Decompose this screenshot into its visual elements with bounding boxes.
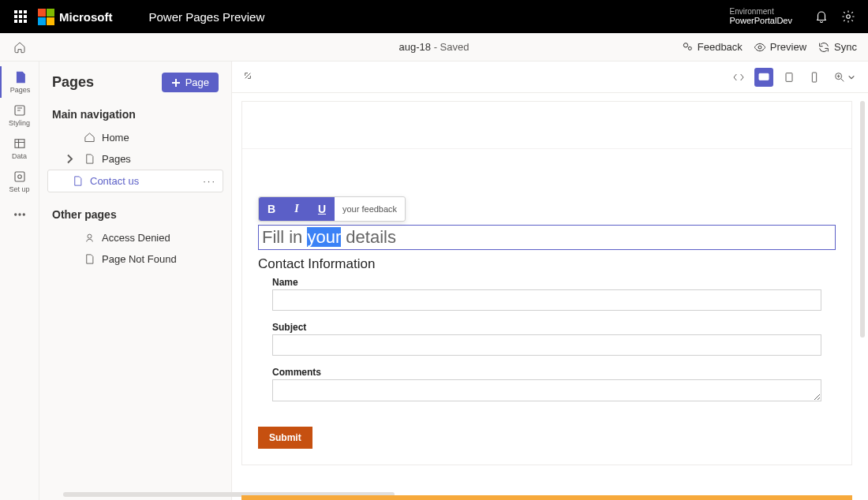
rail-more[interactable] <box>0 199 39 230</box>
rail-pages[interactable]: Pages <box>0 66 39 98</box>
gear-icon <box>841 9 855 24</box>
chevron-right-icon <box>64 153 76 165</box>
feedback-label: Feedback <box>698 41 743 53</box>
underline-button[interactable]: U <box>309 197 335 221</box>
home-icon <box>84 132 95 144</box>
svg-point-13 <box>758 46 761 49</box>
environment-label: Environment <box>730 7 792 16</box>
notifications-button[interactable] <box>808 9 835 24</box>
document-name[interactable]: aug-18 <box>399 41 431 53</box>
environment-picker[interactable]: Environment PowerPortalDev <box>724 7 792 25</box>
svg-point-18 <box>14 214 16 215</box>
svg-rect-0 <box>14 10 17 13</box>
page-icon <box>84 153 95 165</box>
comments-input[interactable] <box>272 379 821 401</box>
add-page-button[interactable]: Page <box>162 73 219 92</box>
tablet-view-button[interactable] <box>780 68 799 87</box>
plus-icon <box>171 78 181 88</box>
svg-rect-23 <box>786 73 792 81</box>
sync-button[interactable]: Sync <box>817 41 857 54</box>
nav-item-contact-us[interactable]: Contact us··· <box>47 170 223 192</box>
zoom-button[interactable] <box>830 68 859 87</box>
vertical-scrollbar[interactable] <box>860 101 865 338</box>
mobile-icon <box>808 71 821 84</box>
more-icon <box>13 207 27 222</box>
rail-styling[interactable]: Styling <box>0 99 39 131</box>
mobile-view-button[interactable] <box>805 68 824 87</box>
main-nav-heading: Main navigation <box>47 103 223 127</box>
name-input[interactable] <box>272 289 821 311</box>
sync-icon <box>817 41 830 54</box>
svg-rect-5 <box>24 15 27 18</box>
nav-item-page-not-found[interactable]: Page Not Found <box>47 248 223 270</box>
text-format-toolbar: B I U your feedback <box>258 196 406 222</box>
italic-button[interactable]: I <box>284 197 309 221</box>
svg-rect-15 <box>15 140 24 148</box>
nav-item-pages[interactable]: Pages <box>47 148 223 170</box>
form-section-title: Contact Information <box>258 256 836 272</box>
other-pages-heading: Other pages <box>47 203 223 227</box>
svg-rect-6 <box>14 20 17 23</box>
svg-point-11 <box>683 43 687 47</box>
svg-rect-16 <box>15 172 24 181</box>
svg-rect-24 <box>812 73 816 82</box>
feedback-icon <box>681 41 694 54</box>
subject-input[interactable] <box>272 334 821 356</box>
lock-icon <box>84 232 95 244</box>
home-icon <box>13 41 26 54</box>
preview-button[interactable]: Preview <box>754 41 806 54</box>
expand-button[interactable] <box>241 69 254 85</box>
submit-button[interactable]: Submit <box>258 427 312 449</box>
rail-setup[interactable]: Set up <box>0 166 39 197</box>
svg-point-20 <box>23 214 24 215</box>
home-button[interactable] <box>11 41 28 54</box>
svg-rect-4 <box>19 15 22 18</box>
toolbar-context-label: your feedback <box>335 204 405 214</box>
svg-rect-8 <box>24 20 27 23</box>
desktop-view-button[interactable] <box>754 68 773 87</box>
svg-point-17 <box>17 175 21 179</box>
bell-icon <box>814 9 829 24</box>
microsoft-logo: Microsoft <box>38 9 113 25</box>
product-name: Power Pages Preview <box>149 10 265 24</box>
selected-text: your <box>307 227 341 247</box>
svg-rect-2 <box>24 10 27 13</box>
svg-point-12 <box>688 47 691 50</box>
app-launcher-button[interactable] <box>6 10 35 23</box>
bold-button[interactable]: B <box>259 197 284 221</box>
name-label: Name <box>272 277 821 288</box>
footer-accent-bar <box>241 495 852 500</box>
nav-item-access-denied[interactable]: Access Denied <box>47 227 223 248</box>
data-icon <box>13 136 27 151</box>
svg-point-10 <box>847 15 851 19</box>
svg-rect-3 <box>14 15 17 18</box>
feedback-button[interactable]: Feedback <box>681 41 743 54</box>
heading-edit-box[interactable]: Fill in your details <box>258 225 836 250</box>
rail-data[interactable]: Data <box>0 132 39 164</box>
code-view-button[interactable] <box>729 68 748 87</box>
svg-rect-1 <box>19 10 22 13</box>
environment-name: PowerPortalDev <box>730 16 792 25</box>
nav-item-home[interactable]: Home <box>47 127 223 148</box>
svg-point-21 <box>88 234 92 238</box>
setup-icon <box>13 170 27 184</box>
eye-icon <box>754 41 766 54</box>
item-menu-button[interactable]: ··· <box>203 175 216 187</box>
brand-text: Microsoft <box>59 10 113 24</box>
subject-label: Subject <box>272 322 821 333</box>
page-icon <box>84 253 95 265</box>
comments-label: Comments <box>272 367 821 378</box>
save-status: Saved <box>440 41 470 53</box>
expand-icon <box>241 69 254 82</box>
grid-icon <box>14 10 27 23</box>
zoom-icon <box>833 71 846 84</box>
empty-section[interactable] <box>242 102 851 149</box>
sync-label: Sync <box>834 41 857 53</box>
sidebar-title: Pages <box>52 74 94 91</box>
settings-button[interactable] <box>835 9 862 24</box>
tablet-icon <box>783 71 795 84</box>
page-icon <box>13 70 28 84</box>
page-canvas[interactable]: B I U your feedback Fill in your details… <box>241 101 852 465</box>
svg-point-19 <box>18 214 20 215</box>
chevron-down-icon <box>847 71 855 84</box>
